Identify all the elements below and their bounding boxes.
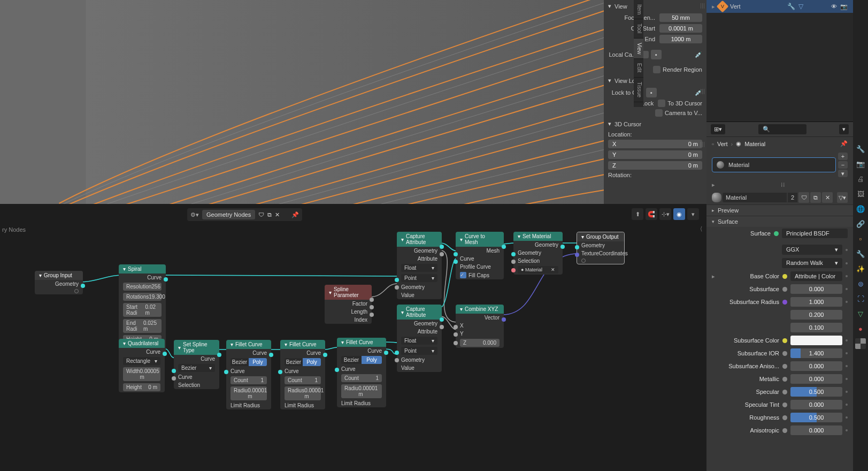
cursor-z-field[interactable]: Z0 m <box>608 161 702 170</box>
base-color-field[interactable]: Attribute | Color <box>790 271 842 281</box>
pin-icon[interactable]: 🛡 <box>258 211 264 218</box>
material-tab-icon[interactable]: ● <box>855 323 866 334</box>
close-icon[interactable]: ✕ <box>275 211 280 218</box>
node-set-spline-type[interactable]: ▾ Set Spline Type Curve Bezier▾ Curve Se… <box>174 340 219 389</box>
fake-user-button[interactable]: 🛡 <box>798 192 809 203</box>
roughness-field[interactable]: 0.500 <box>790 413 842 422</box>
world-icon[interactable]: 🔗 <box>855 218 866 229</box>
cursor-panel-header[interactable]: ▾ 3D Cursor <box>604 118 706 130</box>
material-name-field[interactable]: Material <box>723 193 787 202</box>
eye-icon[interactable]: 👁 <box>831 3 837 10</box>
new-material-button[interactable]: ⧉ <box>810 192 821 203</box>
parent-icon[interactable]: ⬆ <box>632 208 643 220</box>
unlink-material-button[interactable]: ✕ <box>822 192 833 203</box>
tab-tool[interactable]: Tool <box>634 19 643 38</box>
sss-aniso-field[interactable]: 0.000 <box>790 361 842 371</box>
material-menu-button[interactable]: ▽▾ <box>837 192 848 203</box>
output-icon[interactable]: 🖨 <box>855 173 866 184</box>
tab-view[interactable]: View <box>634 39 643 59</box>
display-mode-icon[interactable]: ⊞▾ <box>711 124 725 134</box>
pin-icon[interactable]: 📌 <box>840 140 848 147</box>
overlay-dropdown-icon[interactable]: ▾ <box>687 208 699 220</box>
render-region-check[interactable] <box>653 66 660 73</box>
snap-type-icon[interactable]: ⊹▾ <box>659 208 671 220</box>
slot-menu-button[interactable]: ▾ <box>838 170 848 177</box>
node-editor[interactable]: ⚙▾ Geometry Nodes 🛡 ⧉ ✕ 📌 ry Nodes ⬆ 🧲 ⊹… <box>0 204 706 471</box>
outliner[interactable]: ▸ V Vert 🔧 ▽ 👁 📷 <box>706 0 853 122</box>
preview-section[interactable]: Preview <box>706 204 853 216</box>
sss-method-dropdown[interactable]: Random Walk▾ <box>782 258 842 268</box>
modifier-icon[interactable]: 🔧 <box>787 3 795 10</box>
specular-tint-field[interactable]: 0.000 <box>790 400 842 409</box>
tool-icon[interactable]: 🔧 <box>855 143 866 154</box>
node-curve-to-mesh[interactable]: ▾ Curve to Mesh Mesh Curve Profile Curve… <box>456 232 504 279</box>
nodegroup-name[interactable]: Geometry Nodes <box>202 210 255 219</box>
object-icon[interactable]: ▫ <box>855 233 866 244</box>
node-quadrilateral[interactable]: ▾ Quadrilateral Curve Rectangle▾ Width0.… <box>119 339 165 392</box>
specular-field[interactable]: 0.500 <box>790 387 842 397</box>
focal-length-field[interactable]: 50 mm <box>659 13 702 22</box>
render-icon[interactable]: 📷 <box>855 158 866 169</box>
cursor-y-field[interactable]: Y0 m <box>608 150 702 159</box>
constraint-icon[interactable]: ⛶ <box>855 293 866 304</box>
sss-radius-y[interactable]: 0.200 <box>790 310 842 320</box>
data-icon[interactable]: ▽ <box>855 308 866 319</box>
pin-toggle-icon[interactable]: 📌 <box>291 211 299 218</box>
snap-icon[interactable]: 🧲 <box>646 208 657 220</box>
node-set-material[interactable]: ▾ Set Material Geometry Geometry Selecti… <box>513 232 563 275</box>
node-group-input[interactable]: ▾ Group Input Geometry <box>35 271 83 294</box>
3d-viewport[interactable]: X Z 🔍 ✋ 🎥 ⊞ ▾ View Focal Len...50 mm Cli… <box>0 0 706 204</box>
node-spline-parameter[interactable]: ▾ Spline Parameter Factor Length Index <box>325 285 372 324</box>
node-group-output[interactable]: ▾ Group Output Geometry TextureCoordinat… <box>577 232 625 264</box>
metallic-field[interactable]: 0.000 <box>790 374 842 384</box>
surface-shader-dropdown[interactable]: Principled BSDF <box>782 229 848 238</box>
node-fillet-curve-1[interactable]: ▾ Fillet Curve Curve BezierPoly Curve Co… <box>226 340 271 409</box>
mesh-data-icon[interactable]: ▽ <box>798 3 803 10</box>
anisotropic-field[interactable]: 0.000 <box>790 426 842 435</box>
node-capture-attribute-2[interactable]: ▾ Capture Attribute Geometry Attribute F… <box>397 305 442 372</box>
outliner-item-vert[interactable]: ▸ V Vert 🔧 ▽ 👁 📷 <box>706 0 853 13</box>
distribution-dropdown[interactable]: GGX▾ <box>782 245 842 255</box>
sss-color-field[interactable] <box>790 336 842 345</box>
camera-render-icon[interactable]: 📷 <box>840 3 848 10</box>
sss-radius-x[interactable]: 1.000 <box>790 297 842 307</box>
material-users[interactable]: 2 <box>788 193 797 202</box>
view-panel-header[interactable]: ▾ View <box>604 0 706 12</box>
particle-icon[interactable]: ✨ <box>855 263 866 274</box>
subsurface-field[interactable]: 0.000 <box>790 284 842 294</box>
texture-tab-icon[interactable]: ▦ <box>855 338 866 349</box>
fake-user-icon[interactable]: ⧉ <box>267 211 272 218</box>
surface-section[interactable]: Surface <box>706 216 853 227</box>
tab-edit[interactable]: Edit <box>634 59 643 77</box>
node-fillet-curve-2[interactable]: ▾ Fillet Curve Curve BezierPoly Curve Co… <box>280 340 325 409</box>
physics-icon[interactable]: ⊚ <box>855 278 866 289</box>
viewlayer-icon[interactable]: 🖼 <box>855 188 866 199</box>
lock-3dcursor-check[interactable] <box>658 100 665 107</box>
add-slot-button[interactable]: + <box>838 153 848 160</box>
breadcrumb-obj[interactable]: Vert <box>717 141 728 147</box>
remove-slot-button[interactable]: − <box>838 161 848 169</box>
camera-to-view-check[interactable] <box>655 109 663 117</box>
breadcrumb-mat[interactable]: Material <box>744 141 765 147</box>
tab-item[interactable]: Item <box>634 0 643 19</box>
sidebar-toggle-icon[interactable]: ⟨ <box>700 225 702 232</box>
overlay-icon[interactable]: ◉ <box>673 208 685 220</box>
tab-tissue[interactable]: Tissue <box>634 78 643 102</box>
clip-end-field[interactable]: 1000 m <box>659 35 702 43</box>
options-icon[interactable]: ▾ <box>839 124 849 134</box>
local-cam-obj[interactable]: ▪ <box>651 50 662 59</box>
lock-to-obj[interactable]: ▪ <box>646 88 657 97</box>
modifier-tab-icon[interactable]: 🔧 <box>855 248 866 259</box>
node-capture-attribute-1[interactable]: ▾ Capture Attribute Geometry Attribute F… <box>397 232 442 299</box>
node-combine-xyz[interactable]: ▾ Combine XYZ Vector X Y Z0.000 <box>456 305 504 348</box>
sss-ior-field[interactable]: 1.400 <box>790 348 842 358</box>
viewlock-panel-header[interactable]: ▾ View Lock <box>604 74 706 87</box>
clip-start-field[interactable]: 0.0001 m <box>659 24 702 33</box>
scene-icon[interactable]: 🌐 <box>855 203 866 214</box>
material-icon[interactable] <box>712 193 721 202</box>
sss-radius-z[interactable]: 0.100 <box>790 323 842 332</box>
eyedropper-icon[interactable]: 💉 <box>695 51 702 58</box>
material-slot[interactable]: Material <box>712 157 836 172</box>
cursor-x-field[interactable]: X0 m <box>608 140 702 148</box>
node-fillet-curve-3[interactable]: ▾ Fillet Curve Curve BezierPoly Curve Co… <box>337 338 386 407</box>
